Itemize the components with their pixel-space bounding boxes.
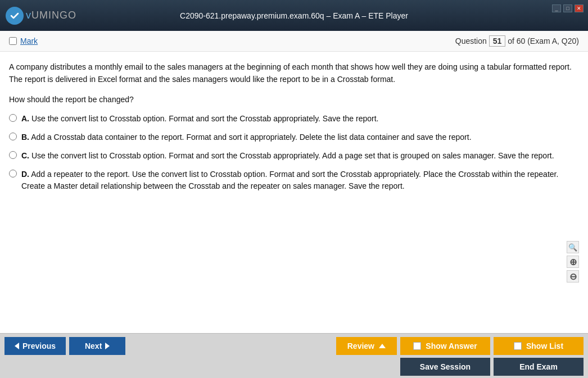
next-button[interactable]: Next [69,337,125,355]
mark-bar: Mark Question 51 of 60 (Exam A, Q20) [0,31,588,52]
logo-icon [6,7,24,25]
show-answer-label: Show Answer [426,341,477,350]
review-label: Review [347,341,374,350]
option-d-text: D. Add a repeater to the report. Use the… [21,168,579,192]
question-ask: How should the report be changed? [9,95,579,104]
next-label: Next [85,341,102,350]
save-session-label: Save Session [420,362,471,371]
mark-section[interactable]: Mark [9,37,38,45]
show-list-checkbox-icon [514,342,522,350]
show-list-button[interactable]: Show List [494,337,584,355]
save-session-button[interactable]: Save Session [400,358,490,376]
option-d-radio[interactable] [9,170,17,177]
window-controls[interactable]: _ □ ✕ [552,4,584,12]
question-text: A company distributes a monthly email to… [9,61,579,86]
zoom-controls[interactable]: 🔍 ⊕ ⊖ [567,241,579,283]
option-c-radio[interactable] [9,151,17,159]
search-zoom-button[interactable]: 🔍 [567,241,579,253]
window-title: C2090-621.prepaway.premium.exam.60q – Ex… [180,11,408,20]
mark-label[interactable]: Mark [20,37,38,45]
question-info: Question 51 of 60 (Exam A, Q20) [455,35,579,47]
end-exam-label: End Exam [519,362,558,371]
previous-label: Previous [22,341,56,350]
toolbar-row-2: Save Session End Exam [4,358,584,376]
zoom-in-button[interactable]: ⊕ [567,256,579,268]
mark-checkbox[interactable] [9,37,17,45]
logo-text: vUMINGO [26,10,76,21]
option-c[interactable]: C. Use the convert list to Crosstab opti… [9,150,579,162]
question-content: A company distributes a monthly email to… [0,52,588,204]
option-b-text: B. Add a Crosstab data container to the … [21,131,579,143]
end-exam-button[interactable]: End Exam [494,358,584,376]
options-list: A. Use the convert list to Crosstab opti… [9,113,579,192]
review-button[interactable]: Review [336,337,397,355]
option-d[interactable]: D. Add a repeater to the report. Use the… [9,168,579,192]
zoom-out-button[interactable]: ⊖ [567,270,579,283]
title-bar: vUMINGO C2090-621.prepaway.premium.exam.… [0,0,588,31]
toolbar-row-1: Previous Next Review Show Answer Show Li… [4,337,584,355]
show-answer-button[interactable]: Show Answer [400,337,490,355]
option-a-radio[interactable] [9,114,17,122]
minimize-button[interactable]: _ [552,4,561,12]
close-button[interactable]: ✕ [575,4,584,12]
show-list-label: Show List [526,341,563,350]
option-a[interactable]: A. Use the convert list to Crosstab opti… [9,113,579,125]
bottom-toolbar: Previous Next Review Show Answer Show Li… [0,333,588,378]
option-a-text: A. Use the convert list to Crosstab opti… [21,113,579,125]
next-arrow-icon [105,343,110,349]
show-answer-checkbox-icon [413,342,421,350]
previous-arrow-icon [15,343,19,349]
question-number: 51 [489,35,506,47]
question-area: Mark Question 51 of 60 (Exam A, Q20) A c… [0,31,588,333]
review-arrow-icon [379,344,386,348]
option-c-text: C. Use the convert list to Crosstab opti… [21,150,579,162]
question-of-total: of 60 (Exam A, Q20) [508,37,579,45]
option-b[interactable]: B. Add a Crosstab data container to the … [9,131,579,143]
question-label: Question [455,37,487,45]
option-b-radio[interactable] [9,133,17,140]
previous-button[interactable]: Previous [4,337,66,355]
logo: vUMINGO [6,7,76,25]
maximize-button[interactable]: □ [563,4,572,12]
